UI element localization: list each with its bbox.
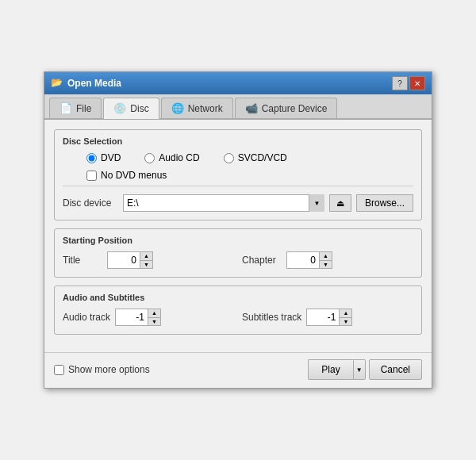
dialog-title: Open Media: [67, 78, 121, 89]
disc-tab-icon: 💿: [113, 102, 126, 114]
close-button[interactable]: ✕: [409, 76, 425, 90]
help-button[interactable]: ?: [392, 76, 408, 90]
tab-file-label: File: [76, 103, 91, 114]
title-bar: 📂 Open Media ? ✕: [44, 72, 432, 94]
tab-capture-label: Capture Device: [262, 103, 328, 114]
subtitles-track-spinbox: -1 ▲ ▼: [306, 309, 352, 326]
tab-network-label: Network: [188, 103, 223, 114]
dialog-icon: 📂: [51, 77, 63, 90]
show-more-row: Show more options: [54, 364, 150, 375]
tab-bar: 📄 File 💿 Disc 🌐 Network 📹 Capture Device: [44, 94, 432, 120]
file-tab-icon: 📄: [60, 102, 72, 114]
show-more-checkbox[interactable]: [54, 365, 64, 375]
no-dvd-menus-checkbox[interactable]: [86, 171, 97, 181]
main-content: Disc Selection DVD Audio CD SVCD/VCD: [44, 120, 432, 352]
chapter-col: Chapter 0 ▲ ▼: [242, 251, 413, 269]
disc-device-row: Disc device E:\ ▼ ⏏ Browse...: [63, 194, 413, 212]
subtitles-track-label: Subtitles track: [242, 312, 301, 323]
tab-file[interactable]: 📄 File: [49, 98, 102, 118]
browse-button[interactable]: Browse...: [356, 194, 413, 212]
title-input[interactable]: 0: [108, 252, 140, 268]
chapter-spin-down[interactable]: ▼: [320, 261, 332, 269]
audio-track-arrows: ▲ ▼: [148, 309, 160, 325]
no-dvd-menus-row: No DVD menus: [63, 170, 413, 181]
eject-button[interactable]: ⏏: [329, 194, 351, 212]
footer-buttons: Play ▼ Cancel: [308, 359, 422, 380]
chapter-spinbox-arrows: ▲ ▼: [319, 252, 332, 268]
chapter-spinbox: 0 ▲ ▼: [286, 251, 332, 269]
audio-cd-radio[interactable]: [144, 153, 155, 163]
cancel-button[interactable]: Cancel: [369, 359, 422, 380]
svcd-vcd-radio[interactable]: [224, 153, 234, 163]
audio-track-spinbox: -1 ▲ ▼: [115, 309, 161, 326]
audio-cd-radio-item[interactable]: Audio CD: [144, 152, 199, 163]
audio-track-col: Audio track -1 ▲ ▼: [63, 309, 234, 326]
audio-track-spin-up[interactable]: ▲: [148, 309, 160, 318]
starting-position-cols: Title 0 ▲ ▼ Chapter 0 ▲: [63, 251, 413, 269]
disc-device-combo-wrapper: E:\ ▼: [123, 194, 324, 212]
subtitles-track-arrows: ▲ ▼: [339, 309, 351, 325]
title-spinbox-arrows: ▲ ▼: [140, 252, 152, 268]
title-spinbox: 0 ▲ ▼: [107, 251, 153, 269]
svcd-vcd-radio-item[interactable]: SVCD/VCD: [224, 152, 287, 163]
audio-track-label: Audio track: [63, 312, 110, 323]
title-spin-up[interactable]: ▲: [140, 252, 152, 261]
play-group: Play ▼: [308, 359, 365, 380]
eject-icon: ⏏: [336, 198, 344, 209]
audio-track-spin-down[interactable]: ▼: [148, 318, 160, 326]
chapter-spin-up[interactable]: ▲: [320, 252, 332, 261]
disc-selection-group: Disc Selection DVD Audio CD SVCD/VCD: [54, 129, 422, 220]
play-dropdown-button[interactable]: ▼: [353, 359, 366, 380]
play-button[interactable]: Play: [308, 359, 352, 380]
capture-tab-icon: 📹: [245, 102, 258, 114]
audio-subtitles-group: Audio and Subtitles Audio track -1 ▲ ▼ S…: [54, 286, 422, 335]
disc-type-row: DVD Audio CD SVCD/VCD: [63, 152, 413, 163]
audio-cd-label: Audio CD: [159, 152, 199, 163]
subtitles-track-input[interactable]: -1: [307, 309, 339, 325]
tab-capture[interactable]: 📹 Capture Device: [235, 98, 338, 118]
audio-subtitles-label: Audio and Subtitles: [63, 293, 413, 302]
title-controls: ? ✕: [392, 76, 425, 90]
footer: Show more options Play ▼ Cancel: [44, 352, 432, 388]
disc-device-select[interactable]: E:\: [123, 194, 324, 212]
title-spin-down[interactable]: ▼: [140, 261, 152, 269]
dvd-radio[interactable]: [86, 153, 97, 163]
dialog-window: 📂 Open Media ? ✕ 📄 File 💿 Disc 🌐 Network…: [44, 71, 432, 389]
subtitles-track-col: Subtitles track -1 ▲ ▼: [242, 309, 413, 326]
tab-disc[interactable]: 💿 Disc: [103, 98, 159, 119]
tab-disc-label: Disc: [130, 103, 148, 114]
subtitles-spin-up[interactable]: ▲: [340, 309, 351, 318]
starting-position-group: Starting Position Title 0 ▲ ▼ Chapter: [54, 228, 422, 278]
starting-position-label: Starting Position: [63, 236, 413, 245]
title-bar-left: 📂 Open Media: [51, 77, 121, 90]
chapter-input[interactable]: 0: [287, 252, 319, 268]
subtitles-spin-down[interactable]: ▼: [340, 318, 351, 326]
no-dvd-menus-label: No DVD menus: [101, 170, 167, 181]
tab-network[interactable]: 🌐 Network: [161, 98, 233, 118]
dvd-label: DVD: [101, 152, 121, 163]
disc-selection-label: Disc Selection: [63, 136, 413, 146]
audio-subtitles-cols: Audio track -1 ▲ ▼ Subtitles track -1: [63, 309, 413, 326]
show-more-label: Show more options: [68, 364, 150, 375]
disc-device-label: Disc device: [63, 197, 118, 209]
title-field-label: Title: [63, 255, 102, 266]
audio-track-input[interactable]: -1: [116, 309, 148, 325]
title-col: Title 0 ▲ ▼: [63, 251, 234, 269]
svcd-vcd-label: SVCD/VCD: [238, 152, 287, 163]
network-tab-icon: 🌐: [171, 102, 184, 114]
dvd-radio-item[interactable]: DVD: [86, 152, 121, 163]
chapter-field-label: Chapter: [242, 255, 282, 266]
